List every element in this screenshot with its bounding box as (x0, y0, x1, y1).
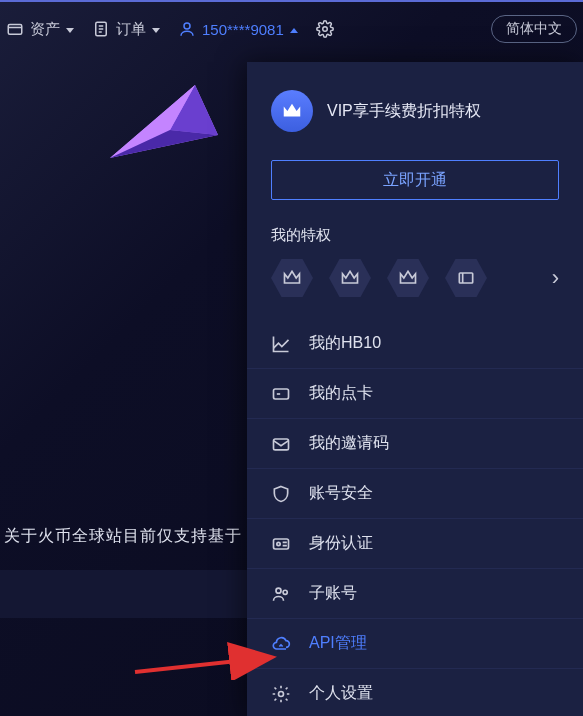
language-selector[interactable]: 简体中文 (491, 15, 577, 43)
menu-api[interactable]: API管理 (247, 619, 583, 669)
svg-line-17 (135, 658, 265, 672)
notice-text: 关于火币全球站目前仅支持基于 (0, 520, 246, 553)
chart-icon (271, 334, 291, 354)
nav-orders-label: 订单 (116, 20, 146, 39)
svg-point-3 (323, 27, 328, 32)
menu-hb10[interactable]: 我的HB10 (247, 319, 583, 369)
document-icon (92, 20, 110, 38)
caret-up-icon (290, 28, 298, 33)
svg-point-12 (277, 542, 280, 545)
svg-rect-10 (274, 439, 289, 450)
shield-icon (271, 484, 291, 504)
id-icon (271, 534, 291, 554)
menu-personal-label: 个人设置 (309, 683, 373, 704)
nav-assets[interactable]: 资产 (6, 20, 74, 39)
menu-security[interactable]: 账号安全 (247, 469, 583, 519)
menu-hb10-label: 我的HB10 (309, 333, 381, 354)
menu-personal[interactable]: 个人设置 (247, 669, 583, 716)
menu-api-label: API管理 (309, 633, 367, 654)
menu-invite-label: 我的邀请码 (309, 433, 389, 454)
chevron-right-icon[interactable]: › (552, 265, 559, 291)
menu-invite[interactable]: 我的邀请码 (247, 419, 583, 469)
activate-label: 立即开通 (383, 171, 447, 188)
svg-marker-4 (110, 85, 218, 158)
card-icon (271, 384, 291, 404)
privilege-badge-2[interactable] (329, 257, 371, 299)
envelope-icon (271, 434, 291, 454)
users-icon (271, 584, 291, 604)
privilege-badge-3[interactable] (387, 257, 429, 299)
nav-account-label: 150****9081 (202, 21, 284, 38)
menu-card[interactable]: 我的点卡 (247, 369, 583, 419)
user-icon (178, 20, 196, 38)
svg-rect-9 (274, 389, 289, 399)
menu-subaccount-label: 子账号 (309, 583, 357, 604)
svg-rect-0 (8, 25, 22, 35)
privilege-badges: › (247, 257, 583, 299)
nav-account[interactable]: 150****9081 (178, 20, 298, 38)
privilege-badge-4[interactable] (445, 257, 487, 299)
account-menu: 我的HB10 我的点卡 我的邀请码 账号安全 身份认证 (247, 319, 583, 716)
diamond-graphic (100, 80, 220, 180)
account-dropdown-panel: VIP享手续费折扣特权 立即开通 我的特权 › 我的HB10 (247, 62, 583, 716)
nav-orders[interactable]: 订单 (92, 20, 160, 39)
svg-marker-7 (110, 130, 218, 158)
language-label: 简体中文 (506, 20, 562, 36)
privilege-badge-1[interactable] (271, 257, 313, 299)
svg-marker-6 (110, 85, 195, 158)
wallet-icon (6, 20, 24, 38)
menu-subaccount[interactable]: 子账号 (247, 569, 583, 619)
caret-down-icon (152, 28, 160, 33)
settings-icon (271, 684, 291, 704)
vip-text: VIP享手续费折扣特权 (327, 101, 481, 122)
svg-point-14 (283, 590, 287, 594)
vip-row: VIP享手续费折扣特权 (247, 62, 583, 142)
svg-rect-8 (459, 273, 472, 283)
svg-point-13 (276, 588, 281, 593)
activate-button[interactable]: 立即开通 (271, 160, 559, 200)
menu-identity[interactable]: 身份认证 (247, 519, 583, 569)
nav-assets-label: 资产 (30, 20, 60, 39)
svg-point-2 (184, 23, 190, 29)
crown-badge-icon (271, 90, 313, 132)
gear-icon[interactable] (316, 20, 334, 38)
notice-bar (0, 570, 247, 618)
svg-marker-5 (170, 85, 218, 135)
cloud-icon (271, 634, 291, 654)
privileges-title: 我的特权 (271, 226, 559, 245)
top-nav: 资产 订单 150****9081 简体中文 (0, 0, 583, 56)
menu-security-label: 账号安全 (309, 483, 373, 504)
caret-down-icon (66, 28, 74, 33)
svg-point-15 (279, 691, 284, 696)
menu-identity-label: 身份认证 (309, 533, 373, 554)
menu-card-label: 我的点卡 (309, 383, 373, 404)
